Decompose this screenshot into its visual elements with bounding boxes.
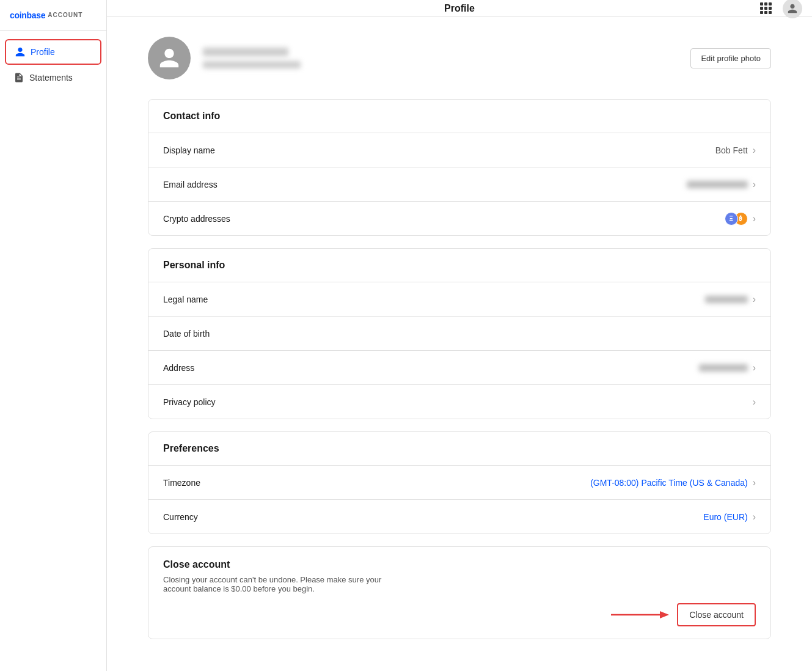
date-of-birth-row[interactable]: Date of birth bbox=[148, 316, 770, 350]
grid-menu-button[interactable] bbox=[756, 0, 775, 18]
edit-profile-photo-button[interactable]: Edit profile photo bbox=[690, 48, 771, 68]
brand-account: ACCOUNT bbox=[48, 12, 82, 18]
email-address-label: Email address bbox=[163, 180, 687, 189]
grid-icon bbox=[760, 2, 772, 14]
timezone-row[interactable]: Timezone (GMT-08:00) Pacific Time (US & … bbox=[148, 465, 770, 499]
profile-info bbox=[203, 48, 678, 68]
legal-name-blurred bbox=[705, 296, 748, 303]
chevron-icon: › bbox=[753, 213, 756, 224]
close-account-button[interactable]: Close account bbox=[677, 603, 756, 626]
close-account-card: Close account Closing your account can't… bbox=[148, 546, 771, 639]
preferences-title: Preferences bbox=[148, 432, 770, 465]
chevron-icon: › bbox=[753, 294, 756, 305]
main-content: Edit profile photo Contact info Display … bbox=[123, 17, 796, 671]
display-name-value: Bob Fett bbox=[715, 145, 748, 155]
profile-header: Edit profile photo bbox=[148, 37, 771, 79]
currency-row[interactable]: Currency Euro (EUR) › bbox=[148, 499, 770, 534]
personal-info-title: Personal info bbox=[148, 249, 770, 282]
sidebar-item-statements-label: Statements bbox=[29, 73, 73, 82]
address-blurred bbox=[699, 364, 748, 372]
date-of-birth-label: Date of birth bbox=[163, 329, 756, 339]
person-icon bbox=[15, 46, 26, 57]
legal-name-label: Legal name bbox=[163, 295, 705, 304]
crypto-addresses-label: Crypto addresses bbox=[163, 214, 725, 224]
header-icons bbox=[756, 0, 802, 18]
eth-icon: Ξ bbox=[725, 212, 738, 226]
chevron-icon: › bbox=[753, 179, 756, 190]
sidebar-item-profile-label: Profile bbox=[31, 47, 55, 57]
user-avatar-header[interactable] bbox=[783, 0, 802, 18]
profile-email-blurred bbox=[203, 61, 301, 68]
display-name-row[interactable]: Display name Bob Fett › bbox=[148, 133, 770, 167]
document-icon bbox=[13, 72, 24, 83]
brand-name: coinbase bbox=[10, 10, 45, 20]
sidebar-nav: Profile Statements bbox=[0, 31, 106, 98]
email-address-blurred bbox=[687, 181, 748, 188]
privacy-policy-row[interactable]: Privacy policy › bbox=[148, 384, 770, 419]
main-wrapper: Profile bbox=[107, 0, 812, 671]
timezone-value: (GMT-08:00) Pacific Time (US & Canada) bbox=[590, 478, 748, 488]
page-header: Profile bbox=[107, 0, 812, 17]
chevron-icon: › bbox=[753, 145, 756, 156]
sidebar-item-profile[interactable]: Profile bbox=[5, 39, 101, 65]
arrow-annotation bbox=[611, 606, 672, 624]
profile-name-blurred bbox=[203, 48, 288, 56]
currency-label: Currency bbox=[163, 512, 703, 522]
sidebar-item-statements[interactable]: Statements bbox=[5, 66, 101, 89]
avatar bbox=[148, 37, 191, 79]
contact-info-card: Contact info Display name Bob Fett › Ema… bbox=[148, 99, 771, 236]
currency-value: Euro (EUR) bbox=[703, 512, 747, 522]
address-row[interactable]: Address › bbox=[148, 350, 770, 384]
legal-name-row[interactable]: Legal name › bbox=[148, 282, 770, 316]
crypto-icons: Ξ ₿ bbox=[725, 212, 748, 226]
contact-info-title: Contact info bbox=[148, 100, 770, 133]
close-account-actions: Close account bbox=[163, 603, 756, 626]
chevron-icon: › bbox=[753, 397, 756, 408]
email-address-row[interactable]: Email address › bbox=[148, 167, 770, 201]
personal-info-card: Personal info Legal name › Date of birth… bbox=[148, 248, 771, 419]
chevron-icon: › bbox=[753, 362, 756, 373]
preferences-card: Preferences Timezone (GMT-08:00) Pacific… bbox=[148, 431, 771, 534]
page-title: Profile bbox=[444, 3, 475, 14]
chevron-icon: › bbox=[753, 477, 756, 488]
crypto-addresses-row[interactable]: Crypto addresses Ξ ₿ › bbox=[148, 201, 770, 235]
sidebar: coinbase ACCOUNT Profile Statements bbox=[0, 0, 107, 671]
timezone-label: Timezone bbox=[163, 478, 590, 488]
brand-logo: coinbase ACCOUNT bbox=[0, 0, 106, 31]
chevron-icon: › bbox=[753, 512, 756, 522]
close-account-description: Closing your account can't be undone. Pl… bbox=[163, 575, 408, 593]
display-name-label: Display name bbox=[163, 145, 715, 155]
address-label: Address bbox=[163, 363, 699, 373]
close-account-title: Close account bbox=[163, 559, 756, 570]
svg-marker-1 bbox=[660, 611, 669, 618]
privacy-policy-label: Privacy policy bbox=[163, 397, 753, 407]
